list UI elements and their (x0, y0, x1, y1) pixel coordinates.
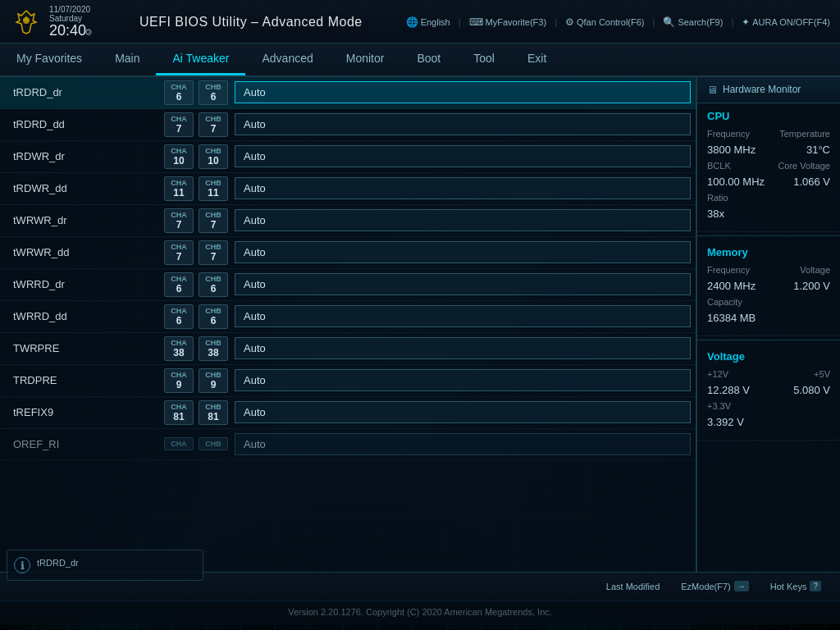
channel-a: CHA 10 (164, 144, 194, 169)
channel-group: CHA 6 CHB 6 (164, 80, 228, 105)
channel-group: CHA 7 CHB 7 (164, 240, 228, 265)
channel-group: CHA CHB (164, 437, 228, 450)
table-row[interactable]: TWRPRE CHA 38 CHB 38 Auto (0, 333, 696, 365)
main-content: tRDRD_dr CHA 6 CHB 6 Auto tRDRD_dd CHA 7 (0, 77, 840, 572)
param-value-dropdown[interactable]: Auto (235, 241, 691, 263)
bclk-label: BCLK (707, 161, 731, 171)
param-value-dropdown[interactable]: Auto (235, 273, 691, 295)
nav-monitor[interactable]: Monitor (330, 43, 401, 75)
section-divider (697, 235, 840, 236)
hw-v33-row: +3.3V (707, 401, 830, 411)
hardware-monitor-panel: 🖥 Hardware Monitor CPU Frequency Tempera… (696, 77, 840, 572)
hw-v33-value-row: 3.392 V (707, 416, 830, 428)
info-tooltip-text: tRDRD_dr (37, 557, 79, 569)
status-buttons: Last Modified EzMode(F7) → Hot Keys ? (600, 578, 827, 595)
channel-b: CHB 6 (199, 304, 228, 329)
channel-a: CHA 6 (164, 80, 194, 105)
channel-group: CHA 10 CHB 10 (164, 144, 228, 169)
mem-frequency-label: Frequency (707, 265, 750, 275)
channel-group: CHA 11 CHB 11 (164, 176, 228, 201)
table-row[interactable]: tRDWR_dd CHA 11 CHB 11 Auto (0, 173, 696, 205)
hot-keys-button[interactable]: Hot Keys ? (765, 578, 827, 595)
param-value-dropdown[interactable]: Auto (235, 337, 691, 359)
params-panel: tRDRD_dr CHA 6 CHB 6 Auto tRDRD_dd CHA 7 (0, 77, 696, 572)
my-favorite-button[interactable]: ⌨ MyFavorite(F3) (469, 16, 547, 28)
nav-ai-tweaker[interactable]: Ai Tweaker (156, 43, 245, 75)
language-button[interactable]: 🌐 English (406, 16, 450, 28)
ratio-value: 38x (707, 208, 724, 220)
channel-b: CHB 6 (199, 272, 228, 297)
globe-icon: 🌐 (406, 16, 418, 28)
logo-area: 11/07/2020 Saturday 20:40⚙ (10, 5, 96, 39)
v5-value: 5.080 V (793, 384, 830, 396)
v33-value: 3.392 V (707, 416, 744, 428)
nav-tool[interactable]: Tool (457, 43, 511, 75)
table-row[interactable]: tRDRD_dr CHA 6 CHB 6 Auto (0, 77, 696, 109)
info-tooltip-box: ℹ tRDRD_dr (7, 550, 203, 581)
channel-b: CHB 38 (199, 336, 228, 361)
temperature-label: Temperature (779, 129, 830, 139)
hw-ratio-row: Ratio (707, 193, 830, 203)
channel-group: CHA 7 CHB 7 (164, 208, 228, 233)
table-row[interactable]: TRDPRE CHA 9 CHB 9 Auto (0, 365, 696, 397)
capacity-label: Capacity (707, 297, 742, 307)
channel-b: CHB 11 (199, 176, 228, 201)
hw-capacity-row: Capacity (707, 297, 830, 307)
hw-bclk-value-row: 100.00 MHz 1.066 V (707, 176, 830, 188)
channel-a: CHA 6 (164, 304, 194, 329)
channel-b: CHB 6 (199, 80, 228, 105)
nav-exit[interactable]: Exit (511, 43, 563, 75)
settings-icon[interactable]: ⚙ (84, 27, 93, 37)
datetime-area: 11/07/2020 Saturday 20:40⚙ (49, 5, 93, 39)
channel-a: CHA 11 (164, 176, 194, 201)
param-name: TWRPRE (0, 342, 164, 354)
param-value-dropdown[interactable]: Auto (235, 145, 691, 167)
favorite-icon: ⌨ (469, 16, 483, 28)
param-value-dropdown[interactable]: Auto (235, 369, 691, 391)
memory-section: Memory Frequency Voltage 2400 MHz 1.200 … (697, 240, 840, 336)
param-value-dropdown[interactable]: Auto (235, 305, 691, 327)
table-row[interactable]: tREFIX9 CHA 81 CHB 81 Auto (0, 397, 696, 429)
param-value-dropdown[interactable]: Auto (235, 401, 691, 423)
footer: Version 2.20.1276. Copyright (C) 2020 Am… (0, 600, 840, 623)
table-row[interactable]: tWRRD_dd CHA 6 CHB 6 Auto (0, 301, 696, 333)
param-value-dropdown[interactable]: Auto (235, 433, 691, 455)
capacity-value: 16384 MB (707, 312, 756, 324)
table-row[interactable]: tWRWR_dd CHA 7 CHB 7 Auto (0, 237, 696, 269)
channel-group: CHA 7 CHB 7 (164, 112, 228, 137)
ratio-label: Ratio (707, 193, 728, 203)
param-value-dropdown[interactable]: Auto (235, 209, 691, 231)
param-name: tRDRD_dr (0, 86, 164, 98)
nav-boot[interactable]: Boot (400, 43, 457, 75)
v12-value: 12.288 V (707, 384, 750, 396)
param-value-dropdown[interactable]: Auto (235, 113, 691, 135)
param-value-dropdown[interactable]: Auto (235, 81, 691, 103)
table-row[interactable]: tRDRD_dd CHA 7 CHB 7 Auto (0, 109, 696, 141)
channel-b: CHB 81 (199, 400, 228, 425)
nav-my-favorites[interactable]: My Favorites (0, 43, 98, 75)
ez-mode-button[interactable]: EzMode(F7) → (675, 578, 755, 595)
nav-advanced[interactable]: Advanced (245, 43, 329, 75)
table-row[interactable]: tRDWR_dr CHA 10 CHB 10 Auto (0, 141, 696, 173)
channel-b: CHB 7 (199, 240, 228, 265)
nav-main[interactable]: Main (98, 43, 156, 75)
param-name: tRDWR_dd (0, 182, 164, 194)
hw-frequency-row: Frequency Temperature (707, 129, 830, 139)
search-button[interactable]: 🔍 Search(F9) (663, 16, 723, 28)
param-name: tRDRD_dd (0, 118, 164, 130)
param-name: OREF_RI (0, 438, 164, 450)
channel-b: CHB 7 (199, 208, 228, 233)
aura-button[interactable]: ✦ AURA ON/OFF(F4) (742, 16, 830, 28)
param-value-dropdown[interactable]: Auto (235, 177, 691, 199)
table-row[interactable]: tWRRD_dr CHA 6 CHB 6 Auto (0, 269, 696, 301)
table-row[interactable]: OREF_RI CHA CHB Auto (0, 429, 696, 460)
channel-a: CHA (164, 437, 194, 450)
table-row[interactable]: tWRWR_dr CHA 7 CHB 7 Auto (0, 205, 696, 237)
channel-a: CHA 7 (164, 208, 194, 233)
qfan-button[interactable]: ⚙ Qfan Control(F6) (565, 16, 645, 28)
voltage-section: Voltage +12V +5V 12.288 V 5.080 V +3.3V … (697, 344, 840, 441)
param-name: tWRRD_dd (0, 310, 164, 322)
last-modified-button[interactable]: Last Modified (600, 578, 665, 595)
hw-ratio-value-row: 38x (707, 208, 830, 220)
param-name: tREFIX9 (0, 406, 164, 418)
